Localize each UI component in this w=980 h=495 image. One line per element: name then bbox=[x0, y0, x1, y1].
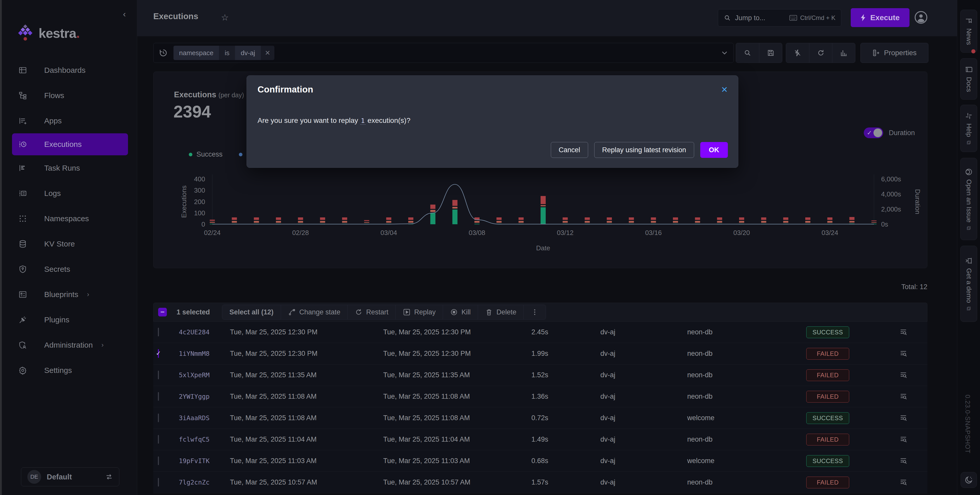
docs-button[interactable]: Docs bbox=[960, 58, 977, 100]
window-scrollbar[interactable] bbox=[0, 0, 2, 495]
sidebar-item-executions[interactable]: Executions bbox=[12, 133, 128, 155]
restart-button[interactable]: Restart bbox=[348, 305, 396, 319]
jump-to-search[interactable]: Jump to... Ctrl/Cmd + K bbox=[718, 9, 841, 27]
namespace-cell[interactable]: dv-aj bbox=[600, 478, 687, 486]
replay-button[interactable]: Replay bbox=[396, 305, 443, 319]
sidebar-item-settings[interactable]: Settings bbox=[2, 358, 137, 383]
chevron-down-icon[interactable] bbox=[720, 49, 729, 57]
row-checkbox[interactable] bbox=[158, 349, 159, 358]
history-icon[interactable] bbox=[159, 48, 168, 57]
table-row[interactable]: fclwfqC5 Tue, Mar 25, 2025 11:04 AM Tue,… bbox=[153, 429, 928, 450]
task-log-icon[interactable] bbox=[879, 350, 928, 358]
help-button[interactable]: Help ⧉ bbox=[960, 105, 977, 152]
news-button[interactable]: News bbox=[960, 10, 977, 53]
filter-search-icon[interactable] bbox=[736, 43, 759, 62]
execution-id-link[interactable]: 19pFvITK bbox=[179, 457, 230, 465]
execution-id-link[interactable]: 4c2UE284 bbox=[179, 328, 230, 336]
select-all-checkbox[interactable] bbox=[158, 308, 167, 317]
more-actions-button[interactable] bbox=[524, 305, 546, 319]
table-row[interactable]: 1iYNmmM8 Tue, Mar 25, 2025 12:30 PM Tue,… bbox=[153, 343, 928, 364]
delete-button[interactable]: Delete bbox=[478, 305, 524, 319]
duration-toggle-switch[interactable]: ✓ bbox=[864, 127, 883, 138]
flow-cell[interactable]: neon-db bbox=[687, 350, 776, 358]
task-log-icon[interactable] bbox=[879, 478, 928, 487]
sidebar-item-secrets[interactable]: Secrets bbox=[2, 256, 137, 282]
namespace-cell[interactable]: dv-aj bbox=[600, 457, 687, 465]
save-filter-icon[interactable] bbox=[759, 43, 782, 62]
trigger-off-icon[interactable] bbox=[786, 43, 809, 62]
execution-id-link[interactable]: 5xlXpeRM bbox=[179, 371, 230, 379]
task-log-icon[interactable] bbox=[879, 436, 928, 444]
flow-cell[interactable]: neon-db bbox=[687, 328, 776, 336]
execute-button[interactable]: Execute bbox=[851, 8, 910, 27]
namespace-cell[interactable]: dv-aj bbox=[600, 350, 687, 358]
namespace-cell[interactable]: dv-aj bbox=[600, 393, 687, 401]
execution-id-link[interactable]: 2YWIYggp bbox=[179, 393, 230, 400]
flow-cell[interactable]: welcome bbox=[687, 457, 776, 465]
namespace-cell[interactable]: dv-aj bbox=[600, 414, 687, 422]
chip-remove-icon[interactable]: ✕ bbox=[261, 49, 275, 57]
row-checkbox[interactable] bbox=[158, 457, 159, 465]
sidebar-item-apps[interactable]: Apps bbox=[2, 108, 137, 133]
execution-id-link[interactable]: fclwfqC5 bbox=[179, 436, 230, 443]
task-log-icon[interactable] bbox=[879, 328, 928, 336]
execution-id-link[interactable]: 7lg2cnZc bbox=[179, 479, 230, 486]
sidebar-item-plugins[interactable]: Plugins bbox=[2, 307, 137, 332]
namespace-cell[interactable]: dv-aj bbox=[600, 328, 687, 336]
theme-toggle-button[interactable] bbox=[961, 472, 977, 488]
execution-id-link[interactable]: 1iYNmmM8 bbox=[179, 350, 230, 357]
favorite-star-icon[interactable]: ☆ bbox=[221, 12, 229, 22]
table-row[interactable]: 7lg2cnZc Tue, Mar 25, 2025 10:57 AM Tue,… bbox=[153, 472, 928, 493]
table-row[interactable]: 2YWIYggp Tue, Mar 25, 2025 11:08 AM Tue,… bbox=[153, 386, 928, 407]
task-log-icon[interactable] bbox=[879, 414, 928, 422]
table-row[interactable]: 3iAaaRDS Tue, Mar 25, 2025 11:08 AM Tue,… bbox=[153, 407, 928, 429]
sidebar-item-task-runs[interactable]: Task Runs bbox=[2, 155, 137, 181]
filter-bar[interactable]: namespace is dv-aj ✕ bbox=[153, 43, 734, 63]
cancel-button[interactable]: Cancel bbox=[551, 142, 588, 158]
flow-cell[interactable]: neon-db bbox=[687, 478, 776, 486]
row-checkbox[interactable] bbox=[158, 478, 159, 487]
bar-chart-icon[interactable] bbox=[832, 43, 855, 62]
table-row[interactable]: 5xlXpeRM Tue, Mar 25, 2025 11:35 AM Tue,… bbox=[153, 364, 928, 386]
namespace-cell[interactable]: dv-aj bbox=[600, 371, 687, 379]
flow-cell[interactable]: neon-db bbox=[687, 393, 776, 401]
table-row[interactable]: 19pFvITK Tue, Mar 25, 2025 11:03 AM Tue,… bbox=[153, 450, 928, 472]
row-checkbox[interactable] bbox=[158, 371, 159, 379]
refresh-icon[interactable] bbox=[809, 43, 832, 62]
sidebar-item-dashboards[interactable]: Dashboards bbox=[2, 57, 137, 83]
user-avatar-icon[interactable] bbox=[915, 11, 928, 24]
sidebar-item-namespaces[interactable]: Namespaces bbox=[2, 206, 137, 231]
open-an-issue-button[interactable]: Open an Issue ⧉ bbox=[960, 158, 977, 240]
flow-cell[interactable]: welcome bbox=[687, 414, 776, 422]
close-icon[interactable]: ✕ bbox=[721, 85, 728, 94]
row-checkbox[interactable] bbox=[158, 435, 159, 444]
row-checkbox[interactable] bbox=[158, 328, 159, 336]
sidebar-item-administration[interactable]: Administration › bbox=[2, 332, 137, 358]
task-log-icon[interactable] bbox=[879, 371, 928, 379]
task-log-icon[interactable] bbox=[879, 393, 928, 401]
replay-latest-revision-button[interactable]: Replay using latest revision bbox=[594, 142, 694, 158]
namespace-cell[interactable]: dv-aj bbox=[600, 436, 687, 443]
select-all-button[interactable]: Select all (12) bbox=[222, 305, 281, 319]
table-row[interactable]: 4c2UE284 Tue, Mar 25, 2025 12:30 PM Tue,… bbox=[153, 322, 928, 343]
row-checkbox[interactable] bbox=[158, 414, 159, 422]
change-state-button[interactable]: Change state bbox=[281, 305, 348, 319]
sidebar-item-blueprints[interactable]: Blueprints › bbox=[2, 282, 137, 307]
kestra-logo[interactable]: kestra. bbox=[17, 24, 119, 42]
kill-button[interactable]: Kill bbox=[443, 305, 478, 319]
sidebar-item-kv-store[interactable]: KV Store bbox=[2, 231, 137, 256]
get-a-demo-button[interactable]: Get a demo ⧉ bbox=[960, 246, 977, 322]
execution-id-link[interactable]: 3iAaaRDS bbox=[179, 414, 230, 422]
filter-chip-namespace[interactable]: namespace is dv-aj ✕ bbox=[173, 46, 274, 60]
task-log-icon[interactable] bbox=[879, 457, 928, 465]
sidebar-collapse-icon[interactable]: ‹ bbox=[119, 9, 129, 19]
flow-cell[interactable]: neon-db bbox=[687, 436, 776, 443]
sidebar-item-flows[interactable]: Flows bbox=[2, 83, 137, 108]
row-checkbox[interactable] bbox=[158, 392, 159, 401]
ok-button[interactable]: OK bbox=[700, 142, 728, 158]
flow-cell[interactable]: neon-db bbox=[687, 371, 776, 379]
properties-button[interactable]: Properties bbox=[861, 43, 928, 63]
sidebar-item-logs[interactable]: Logs bbox=[2, 181, 137, 206]
tenant-switcher[interactable]: DE Default bbox=[21, 467, 119, 486]
legend-item-success[interactable]: Success bbox=[189, 150, 223, 158]
